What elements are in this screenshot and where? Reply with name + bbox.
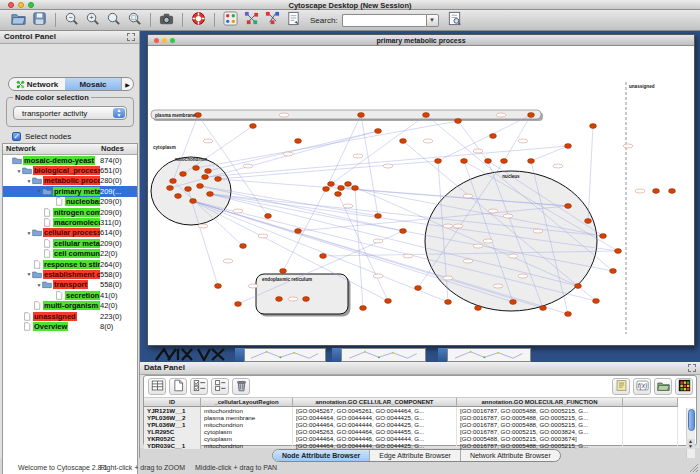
network-node[interactable] <box>400 229 407 234</box>
float-panel-icon[interactable] <box>688 364 696 372</box>
network-node[interactable] <box>295 229 302 234</box>
layout-attribute-button[interactable] <box>263 12 282 29</box>
network-node[interactable] <box>358 113 365 118</box>
network-node[interactable] <box>585 219 592 224</box>
network-node[interactable] <box>276 297 283 302</box>
vizmapper-button[interactable] <box>284 12 303 29</box>
network-node[interactable] <box>593 299 600 304</box>
tree-item-mosaic-demo-yeast[interactable]: mosaic-demo-yeast874(0) <box>3 155 137 165</box>
network-node[interactable] <box>295 139 302 144</box>
network-node[interactable] <box>435 159 442 164</box>
network-node[interactable] <box>345 182 352 187</box>
network-node[interactable] <box>360 306 367 311</box>
network-node[interactable] <box>600 234 607 239</box>
background-window-thumbnail[interactable] <box>438 348 531 362</box>
tab-edge-attribute-browser[interactable]: Edge Attribute Browser <box>370 450 461 461</box>
float-panel-icon[interactable] <box>127 33 135 41</box>
network-node[interactable] <box>510 300 517 305</box>
tree-item-cellular-process[interactable]: ▼cellular process614(0) <box>3 228 137 238</box>
heatmap-button[interactable] <box>675 378 693 395</box>
network-node[interactable] <box>193 166 200 171</box>
network-canvas[interactable]: plasma membranecytoplasmmitochondrionnuc… <box>148 46 694 345</box>
network-node[interactable] <box>205 169 212 174</box>
network-node[interactable] <box>170 179 177 184</box>
background-window-thumbnail[interactable] <box>235 348 326 362</box>
tab-network[interactable]: Network <box>9 78 65 90</box>
tree-item-response-to-stimulu[interactable]: response to stimulu264(0) <box>3 259 137 269</box>
network-window-titlebar[interactable]: primary metabolic process <box>148 35 694 46</box>
network-node[interactable] <box>235 302 242 307</box>
network-node[interactable] <box>540 306 547 311</box>
layout-grid-button[interactable] <box>221 12 240 29</box>
network-node[interactable] <box>490 134 497 139</box>
tree-item-metabolic-process[interactable]: ▼metabolic process280(0) <box>3 176 137 186</box>
tab-network-attribute-browser[interactable]: Network Attribute Browser <box>461 450 560 461</box>
tree-item-establishment-of-lo[interactable]: ▼establishment of lo558(0) <box>3 269 137 279</box>
network-node[interactable] <box>575 284 582 289</box>
tree-item-overview[interactable]: Overview8(0) <box>3 321 137 331</box>
network-node[interactable] <box>167 186 174 191</box>
table-row[interactable]: YDR039C__1mitochondrion[GO:0044464, GO:0… <box>144 442 696 449</box>
network-node[interactable] <box>615 249 622 254</box>
network-node[interactable] <box>455 119 462 124</box>
tree-item-secretion[interactable]: secretion41(0) <box>3 290 137 300</box>
network-node[interactable] <box>501 159 508 164</box>
network-node[interactable] <box>669 189 676 194</box>
network-node[interactable] <box>335 192 342 197</box>
tree-item-macromolecule[interactable]: macromolecule311(0) <box>3 217 137 227</box>
network-node[interactable] <box>202 175 209 180</box>
import-attrs-button[interactable] <box>654 378 672 395</box>
column-header-annotation.GO MOLECULAR_FUNCTION[interactable]: annotation.GO MOLECULAR_FUNCTION <box>457 398 623 407</box>
resize-grip[interactable] <box>689 463 699 473</box>
zoom-fit-button[interactable]: □ <box>125 12 144 29</box>
network-node[interactable] <box>175 194 182 199</box>
network-node[interactable] <box>423 113 430 118</box>
network-node[interactable] <box>207 192 214 197</box>
tab-mosaic[interactable]: Mosaic <box>65 78 121 90</box>
node-color-dropdown[interactable]: transporter activity ▲▼ <box>13 106 127 120</box>
scroll-arrows[interactable]: ▲▼ <box>686 439 695 449</box>
network-view-window[interactable]: primary metabolic process plasma membran… <box>147 34 695 346</box>
table-row[interactable]: YJR121W__1mitochondrion[GO:0045267, GO:0… <box>144 407 696 414</box>
table-scrollbar[interactable] <box>686 408 695 458</box>
network-node[interactable] <box>565 312 572 317</box>
network-node[interactable] <box>565 144 572 149</box>
column-header-empty[interactable] <box>623 398 678 407</box>
network-node[interactable] <box>328 182 335 187</box>
open-folder-button[interactable] <box>9 12 28 29</box>
network-node[interactable] <box>323 187 330 192</box>
delete-attr-button[interactable] <box>232 378 250 395</box>
column-header-annotation.GO CELLULAR_COMPONENT[interactable]: annotation.GO CELLULAR_COMPONENT <box>293 398 457 407</box>
tree-item-unassigned[interactable]: unassigned223(0) <box>3 311 137 321</box>
tree-item-primary-metabo[interactable]: ▼primary metabo209(... <box>3 186 137 196</box>
table-row[interactable]: YPL036W__2plasma membrane[GO:0044464, GO… <box>144 414 696 421</box>
table-row[interactable]: YPL036W__1mitochondrion[GO:0044464, GO:0… <box>144 421 696 428</box>
zoom-out-button[interactable]: − <box>62 12 81 29</box>
network-node[interactable] <box>265 214 272 219</box>
network-node[interactable] <box>528 113 535 118</box>
network-node[interactable] <box>190 199 197 204</box>
network-node[interactable] <box>400 139 407 144</box>
column-header-_cellularLayoutRegion[interactable]: _cellularLayoutRegion <box>201 398 293 407</box>
select-attrs-button[interactable] <box>190 378 208 395</box>
network-node[interactable] <box>303 297 310 302</box>
network-node[interactable] <box>180 172 187 177</box>
network-node[interactable] <box>215 284 222 289</box>
table-row[interactable]: YKR052Ccytoplasm[GO:0044464, GO:0044446,… <box>144 435 696 442</box>
notes-button[interactable] <box>612 378 630 395</box>
new-attr-button[interactable] <box>169 378 187 395</box>
network-node[interactable] <box>320 254 327 259</box>
network-node[interactable] <box>653 189 660 194</box>
column-header-ID[interactable]: ID <box>144 398 201 407</box>
search-go-button[interactable] <box>445 12 464 29</box>
network-node[interactable] <box>280 269 287 274</box>
table-row[interactable]: YLR295Ccytoplasm[GO:0045263, GO:0044464,… <box>144 428 696 435</box>
network-node[interactable] <box>197 184 204 189</box>
tree-item-transport[interactable]: ▼transport558(0) <box>3 280 137 290</box>
background-window-thumbnail[interactable] <box>332 348 426 362</box>
network-node[interactable] <box>565 204 572 209</box>
network-node[interactable] <box>240 244 247 249</box>
tree-item-nitrogen-compo[interactable]: nitrogen compo209(0) <box>3 207 137 217</box>
function-builder-button[interactable]: f(x) <box>633 378 651 395</box>
network-node[interactable] <box>415 286 422 291</box>
